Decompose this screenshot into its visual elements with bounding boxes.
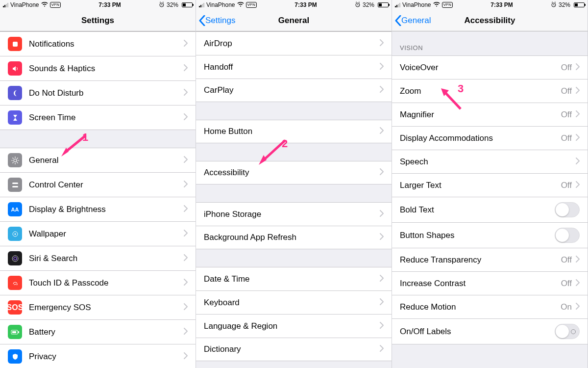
row-label: Sounds & Haptics: [29, 64, 184, 74]
settings-row-b6[interactable]: SOSEmergency SOS: [0, 295, 196, 319]
list-row[interactable]: Date & Time: [196, 267, 392, 290]
list-row[interactable]: Home Button: [196, 120, 392, 143]
status-time: 7:33 PM: [98, 1, 121, 8]
settings-row-b7[interactable]: Battery: [0, 319, 196, 344]
wifi-icon: [433, 1, 440, 8]
row-value: Off: [561, 63, 572, 73]
page-title: General: [278, 16, 309, 26]
chevron-right-icon: [380, 344, 384, 354]
row-label: Control Center: [29, 180, 184, 190]
settings-row-a2[interactable]: Do Not Disturb: [0, 80, 196, 105]
settings-row-b4[interactable]: Siri & Search: [0, 246, 196, 270]
general-list[interactable]: AirDropHandoffCarPlay Home Button Access…: [196, 31, 392, 368]
list-row[interactable]: AirDrop: [196, 31, 392, 55]
row-label: Siri & Search: [29, 254, 184, 263]
row-label: Zoom: [400, 86, 561, 96]
row-value: Off: [561, 279, 572, 289]
row-label: On/Off Labels: [400, 327, 555, 337]
accessibility-row[interactable]: Speech: [392, 150, 588, 173]
accessibility-row[interactable]: On/Off Labels: [392, 318, 588, 344]
status-time: 7:33 PM: [294, 1, 317, 8]
row-label: Increase Contrast: [400, 279, 561, 289]
toggle-switch[interactable]: [555, 228, 580, 243]
bell-icon: [8, 37, 22, 51]
row-label: Handoff: [204, 62, 380, 72]
accessibility-row[interactable]: Larger TextOff: [392, 173, 588, 197]
chevron-right-icon: [184, 156, 188, 165]
moon-icon: [8, 86, 22, 100]
row-label: Reduce Motion: [400, 302, 561, 312]
chevron-right-icon: [380, 210, 384, 219]
carrier-label: VinaPhone: [10, 1, 39, 8]
battery-pct: 32%: [363, 1, 374, 8]
list-row[interactable]: Dictionary: [196, 338, 392, 361]
accessibility-list[interactable]: VISION VoiceOverOffZoomOffMagnifierOffDi…: [392, 31, 588, 368]
settings-row-a3[interactable]: Screen Time: [0, 105, 196, 130]
settings-row-b2[interactable]: AADisplay & Brightness: [0, 197, 196, 221]
chevron-right-icon: [184, 180, 188, 190]
chevron-right-icon: [576, 279, 580, 289]
settings-row-b8[interactable]: Privacy: [0, 344, 196, 368]
row-label: CarPlay: [204, 85, 380, 95]
row-label: Screen Time: [29, 113, 184, 123]
settings-row-b0[interactable]: General: [0, 148, 196, 172]
accessibility-row[interactable]: Reduce MotionOn: [392, 295, 588, 318]
list-row[interactable]: iPhone Storage: [196, 202, 392, 226]
signal-icon: [3, 2, 8, 7]
alarm-icon: [551, 1, 557, 9]
chevron-right-icon: [576, 181, 580, 190]
accessibility-row[interactable]: VoiceOverOff: [392, 55, 588, 79]
toggle-switch[interactable]: [555, 202, 580, 217]
chevron-right-icon: [576, 86, 580, 96]
row-value: Off: [561, 255, 572, 265]
row-value: Off: [561, 110, 572, 120]
settings-row-b5[interactable]: Touch ID & Passcode: [0, 270, 196, 295]
chevron-right-icon: [380, 233, 384, 242]
chevron-right-icon: [380, 85, 384, 95]
back-button[interactable]: General: [395, 10, 431, 31]
row-value: Off: [561, 181, 572, 190]
back-label: Settings: [205, 16, 235, 26]
settings-row-a0[interactable]: Notifications: [0, 31, 196, 56]
row-label: Dictionary: [204, 344, 380, 354]
row-value: On: [561, 302, 572, 312]
list-row[interactable]: Background App Refresh: [196, 226, 392, 249]
nav-bar: General Accessibility: [392, 10, 588, 31]
accessibility-row[interactable]: Bold Text: [392, 197, 588, 222]
accessibility-row[interactable]: Display AccommodationsOff: [392, 126, 588, 150]
signal-icon: [395, 2, 400, 7]
chevron-right-icon: [576, 302, 580, 312]
list-row[interactable]: Handoff: [196, 55, 392, 79]
toggle-switch[interactable]: [555, 324, 580, 339]
list-row[interactable]: Language & Region: [196, 314, 392, 338]
chevron-right-icon: [184, 39, 188, 49]
wifi-icon: [41, 1, 48, 8]
svg-point-6: [14, 233, 16, 235]
screen-general: VinaPhone VPN 7:33 PM 32% Settings Gener…: [196, 0, 392, 368]
accessibility-row[interactable]: Button Shapes: [392, 222, 588, 248]
accessibility-row[interactable]: Increase ContrastOff: [392, 271, 588, 295]
chevron-right-icon: [184, 278, 188, 288]
row-label: Larger Text: [400, 181, 561, 190]
list-row[interactable]: Accessibility: [196, 161, 392, 184]
section-header-vision: VISION: [392, 31, 588, 55]
accessibility-row[interactable]: MagnifierOff: [392, 103, 588, 126]
row-value: Off: [561, 133, 572, 143]
status-time: 7:33 PM: [490, 1, 513, 8]
settings-row-b1[interactable]: Control Center: [0, 172, 196, 197]
page-title: Accessibility: [465, 16, 515, 26]
accessibility-row[interactable]: Reduce TransparencyOff: [392, 248, 588, 271]
settings-row-a1[interactable]: Sounds & Haptics: [0, 56, 196, 80]
accessibility-row[interactable]: ZoomOff: [392, 79, 588, 103]
settings-row-b3[interactable]: Wallpaper: [0, 221, 196, 246]
back-button[interactable]: Settings: [199, 10, 235, 31]
vpn-badge: VPN: [246, 2, 257, 8]
chevron-right-icon: [576, 110, 580, 120]
siri-icon: [8, 251, 22, 265]
settings-list[interactable]: NotificationsSounds & HapticsDo Not Dist…: [0, 31, 196, 368]
alarm-icon: [355, 1, 361, 9]
list-row[interactable]: Keyboard: [196, 290, 392, 314]
chevron-right-icon: [380, 127, 384, 136]
list-row[interactable]: CarPlay: [196, 79, 392, 102]
chevron-right-icon: [184, 352, 188, 362]
